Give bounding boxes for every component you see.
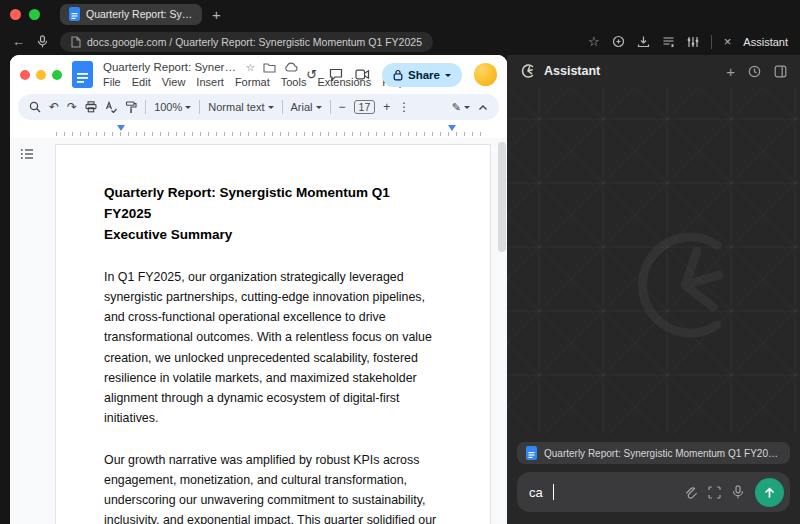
docs-window-controls bbox=[20, 70, 62, 80]
share-label: Share bbox=[408, 69, 440, 81]
meet-camera-icon[interactable] bbox=[355, 69, 370, 80]
address-text: docs.google.com / Quarterly Report: Syne… bbox=[87, 36, 422, 48]
panel-sliders-icon[interactable] bbox=[687, 36, 699, 48]
background-pattern bbox=[507, 87, 800, 434]
docs-header: Quarterly Report: Synergistic Momentum Q… bbox=[10, 55, 507, 90]
page-icon bbox=[71, 36, 81, 48]
paint-format-icon[interactable] bbox=[125, 101, 137, 114]
address-bar[interactable]: docs.google.com / Quarterly Report: Syne… bbox=[60, 32, 433, 52]
document-page[interactable]: Quarterly Report: Synergistic Momentum Q… bbox=[55, 144, 491, 524]
docs-minimize-button[interactable] bbox=[36, 70, 46, 80]
close-window-button[interactable] bbox=[10, 9, 21, 20]
document-editor[interactable]: Quarterly Report: Synergistic Momentum Q… bbox=[10, 138, 507, 524]
toolbar-divider bbox=[711, 35, 712, 49]
decrease-font-size-button[interactable]: − bbox=[339, 100, 346, 114]
docs-scrollbar[interactable] bbox=[498, 142, 506, 520]
browser-right-controls: ☆ × Assistant bbox=[588, 35, 788, 49]
docs-menubar: File Edit View Insert Format Tools Exten… bbox=[103, 76, 298, 88]
spellcheck-icon[interactable] bbox=[105, 101, 117, 113]
mic-icon[interactable] bbox=[37, 35, 48, 48]
send-button[interactable] bbox=[755, 478, 784, 507]
font-size-input[interactable]: 17 bbox=[354, 100, 376, 114]
paragraph-style-value: Normal text bbox=[208, 101, 264, 113]
toolbar-more-icon[interactable]: ⋮ bbox=[398, 100, 410, 114]
share-button[interactable]: Share bbox=[382, 63, 462, 87]
comment-icon[interactable] bbox=[329, 68, 343, 81]
menu-format[interactable]: Format bbox=[235, 76, 270, 88]
attachment-chip[interactable]: Quarterly Report: Synergistic Momentum Q… bbox=[517, 442, 790, 464]
attach-paperclip-icon[interactable] bbox=[683, 485, 697, 499]
cloud-status-icon[interactable] bbox=[284, 62, 298, 72]
toolbar-divider bbox=[199, 100, 200, 114]
assistant-footer: Quarterly Report: Synergistic Momentum Q… bbox=[507, 434, 800, 524]
move-folder-icon[interactable] bbox=[263, 62, 276, 73]
back-icon[interactable]: ← bbox=[12, 35, 25, 48]
assistant-panel: Assistant + bbox=[507, 55, 800, 524]
history-clock-icon[interactable] bbox=[748, 65, 761, 78]
bookmark-star-icon[interactable]: ☆ bbox=[588, 35, 600, 48]
menu-tools[interactable]: Tools bbox=[281, 76, 307, 88]
assistant-input[interactable]: ca bbox=[517, 472, 790, 512]
assistant-body bbox=[507, 87, 800, 434]
document-outline-icon[interactable] bbox=[20, 148, 34, 160]
ruler[interactable] bbox=[24, 123, 493, 138]
menu-file[interactable]: File bbox=[103, 76, 121, 88]
text-caret bbox=[553, 484, 555, 500]
window-controls bbox=[10, 9, 40, 20]
docs-header-actions: ↺ Share bbox=[306, 63, 497, 87]
right-indent-marker[interactable] bbox=[448, 125, 456, 131]
assistant-input-value: ca bbox=[529, 485, 543, 500]
font-select[interactable]: Arial bbox=[291, 101, 322, 113]
assistant-logo-icon bbox=[520, 63, 536, 79]
new-chat-icon[interactable]: + bbox=[726, 64, 735, 79]
download-icon[interactable] bbox=[637, 35, 650, 48]
document-heading: Quarterly Report: Synergistic Momentum Q… bbox=[104, 183, 440, 246]
zoom-select[interactable]: 100% bbox=[154, 101, 191, 113]
voice-mic-icon[interactable] bbox=[732, 485, 744, 499]
docs-close-button[interactable] bbox=[20, 70, 30, 80]
version-history-icon[interactable]: ↺ bbox=[306, 68, 317, 81]
print-icon[interactable] bbox=[85, 101, 97, 113]
hide-menus-chevron-icon[interactable] bbox=[478, 104, 488, 111]
lock-icon bbox=[393, 69, 403, 81]
close-assistant-icon[interactable]: × bbox=[724, 35, 732, 48]
toolbar-divider bbox=[282, 100, 283, 114]
heading-line-1: Quarterly Report: Synergistic Momentum Q… bbox=[104, 185, 390, 221]
document-title[interactable]: Quarterly Report: Synergistic Momentum Q… bbox=[103, 61, 238, 73]
docs-favicon bbox=[69, 7, 80, 21]
copy-link-icon[interactable] bbox=[612, 35, 625, 48]
screenshot-select-icon[interactable] bbox=[708, 486, 721, 499]
assistant-toggle-label[interactable]: Assistant bbox=[743, 36, 788, 48]
editing-mode-button[interactable]: ✎ bbox=[452, 101, 470, 114]
browser-tab[interactable]: Quarterly Report: Synergistic bbox=[60, 4, 202, 25]
assistant-header-actions: + bbox=[726, 64, 787, 79]
increase-font-size-button[interactable]: + bbox=[383, 100, 390, 114]
account-avatar[interactable] bbox=[474, 63, 497, 86]
docs-zoom-button[interactable] bbox=[52, 70, 62, 80]
paragraph-style-select[interactable]: Normal text bbox=[208, 101, 273, 113]
font-caret-icon bbox=[316, 106, 322, 112]
menus-search-icon[interactable] bbox=[29, 101, 41, 113]
zoom-window-button[interactable] bbox=[29, 9, 40, 20]
scrollbar-thumb[interactable] bbox=[498, 142, 506, 252]
left-indent-marker[interactable] bbox=[117, 125, 125, 131]
content-area: Quarterly Report: Synergistic Momentum Q… bbox=[0, 55, 800, 524]
expand-panel-icon[interactable] bbox=[774, 65, 787, 78]
star-icon[interactable]: ☆ bbox=[246, 62, 255, 73]
heading-line-2: Executive Summary bbox=[104, 227, 232, 242]
assistant-header: Assistant + bbox=[507, 55, 800, 87]
app-window: Quarterly Report: Synergistic + ← docs.g… bbox=[0, 0, 800, 524]
undo-icon[interactable]: ↶ bbox=[49, 100, 59, 114]
menu-edit[interactable]: Edit bbox=[132, 76, 151, 88]
pencil-icon: ✎ bbox=[452, 101, 461, 114]
redo-icon[interactable]: ↷ bbox=[67, 100, 77, 114]
docs-header-main: Quarterly Report: Synergistic Momentum Q… bbox=[103, 61, 298, 88]
new-tab-button[interactable]: + bbox=[212, 7, 221, 22]
menu-insert[interactable]: Insert bbox=[196, 76, 224, 88]
reading-list-icon[interactable] bbox=[662, 36, 675, 48]
document-paragraph: Our growth narrative was amplified by ro… bbox=[104, 450, 440, 524]
style-caret-icon bbox=[268, 106, 274, 112]
menu-view[interactable]: View bbox=[162, 76, 186, 88]
browser-toolbar: ← docs.google.com / Quarterly Report: Sy… bbox=[0, 28, 800, 55]
docs-logo-icon[interactable] bbox=[72, 61, 93, 88]
